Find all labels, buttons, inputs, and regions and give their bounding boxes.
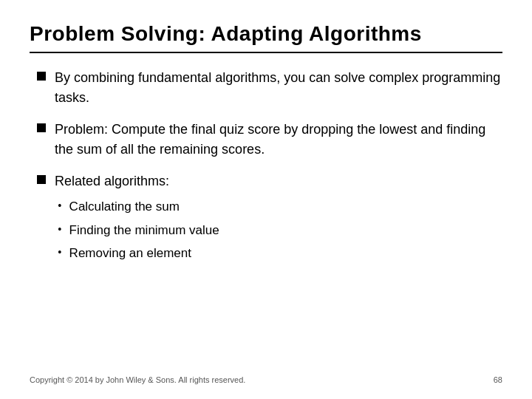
sub-bullet-item-3: • Removing an element xyxy=(58,244,219,263)
sub-bullet-text-2: Finding the minimum value xyxy=(69,221,219,240)
bullet-text-3: Related algorithms: xyxy=(55,174,169,188)
sub-bullet-text-3: Removing an element xyxy=(69,244,191,263)
bullet-text-2: Problem: Compute the final quiz score by… xyxy=(55,120,502,160)
content-section: By combining fundamental algorithms, you… xyxy=(30,68,502,368)
title-section: Problem Solving: Adapting Algorithms xyxy=(30,22,502,53)
bullet-item-3: Related algorithms: • Calculating the su… xyxy=(37,171,502,267)
slide-title: Problem Solving: Adapting Algorithms xyxy=(30,22,502,46)
bullet-text-1: By combining fundamental algorithms, you… xyxy=(55,68,502,108)
bullet-square-2 xyxy=(37,123,46,132)
sub-bullet-dot-1: • xyxy=(58,197,62,215)
sub-bullet-dot-2: • xyxy=(58,221,62,239)
footer-copyright: Copyright © 2014 by John Wiley & Sons. A… xyxy=(30,375,245,384)
bullet-item-2: Problem: Compute the final quiz score by… xyxy=(37,120,502,160)
bullet-item-1: By combining fundamental algorithms, you… xyxy=(37,68,502,108)
sub-bullet-item-1: • Calculating the sum xyxy=(58,197,219,216)
sub-bullet-dot-3: • xyxy=(58,244,62,262)
sub-bullet-text-1: Calculating the sum xyxy=(69,197,180,216)
slide-container: Problem Solving: Adapting Algorithms By … xyxy=(0,0,532,399)
bullet-content-3: Related algorithms: • Calculating the su… xyxy=(55,171,219,267)
slide-footer: Copyright © 2014 by John Wiley & Sons. A… xyxy=(30,368,502,384)
sub-bullets: • Calculating the sum • Finding the mini… xyxy=(55,197,219,263)
bullet-square-1 xyxy=(37,72,46,81)
bullet-square-3 xyxy=(37,175,46,184)
sub-bullet-item-2: • Finding the minimum value xyxy=(58,221,219,240)
footer-page-number: 68 xyxy=(494,375,502,384)
